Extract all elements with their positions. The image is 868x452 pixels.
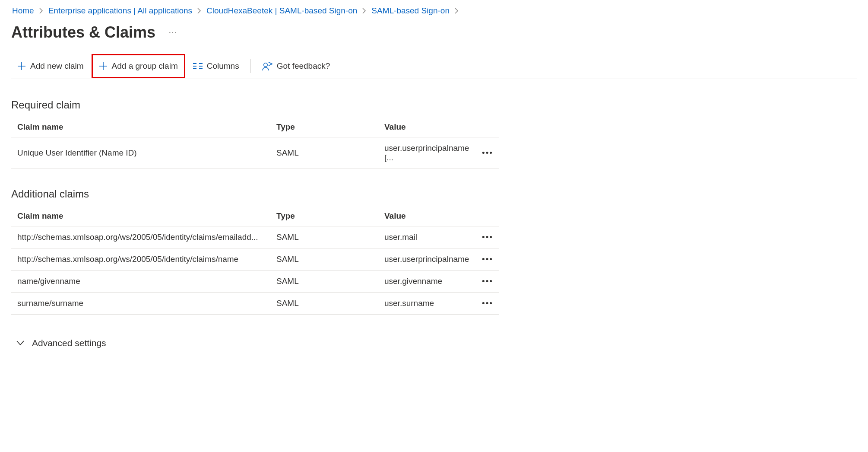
- claim-value-cell: user.userprincipalname: [378, 248, 476, 271]
- feedback-icon: [262, 61, 272, 71]
- claim-name-cell: http://schemas.xmlsoap.org/ws/2005/05/id…: [11, 226, 270, 248]
- claim-type-cell: SAML: [270, 248, 378, 271]
- advanced-settings-toggle[interactable]: Advanced settings: [11, 334, 857, 353]
- add-new-claim-label: Add new claim: [30, 61, 84, 71]
- chevron-down-icon: [16, 341, 24, 346]
- claim-type-cell: SAML: [270, 271, 378, 293]
- breadcrumb: Home Enterprise applications | All appli…: [11, 6, 857, 16]
- table-row[interactable]: http://schemas.xmlsoap.org/ws/2005/05/id…: [11, 248, 499, 271]
- add-group-claim-button[interactable]: Add a group claim: [92, 54, 185, 78]
- table-row[interactable]: http://schemas.xmlsoap.org/ws/2005/05/id…: [11, 226, 499, 248]
- column-header-type[interactable]: Type: [270, 206, 378, 226]
- chevron-right-icon: [195, 8, 204, 14]
- column-header-value[interactable]: Value: [378, 206, 476, 226]
- add-group-claim-label: Add a group claim: [112, 61, 178, 71]
- plus-icon: [99, 62, 108, 70]
- claim-type-cell: SAML: [270, 226, 378, 248]
- chevron-right-icon: [452, 8, 461, 14]
- breadcrumb-enterprise-apps[interactable]: Enterprise applications | All applicatio…: [48, 6, 193, 16]
- claim-value-cell: user.givenname: [378, 271, 476, 293]
- feedback-button[interactable]: Got feedback?: [256, 59, 336, 73]
- table-row[interactable]: Unique User Identifier (Name ID) SAML us…: [11, 137, 499, 169]
- toolbar-separator: [250, 59, 251, 73]
- claim-name-cell: surname/surname: [11, 293, 270, 315]
- page-title: Attributes & Claims: [11, 23, 155, 41]
- columns-icon: [193, 63, 203, 70]
- claim-type-cell: SAML: [270, 137, 378, 169]
- row-more-button[interactable]: •••: [476, 226, 499, 248]
- claim-value-cell: user.userprincipalname [...: [378, 137, 476, 169]
- columns-button[interactable]: Columns: [187, 59, 245, 73]
- page-title-row: Attributes & Claims ⋯: [11, 23, 857, 41]
- plus-icon: [17, 62, 26, 70]
- toolbar: Add new claim Add a group claim Columns …: [11, 59, 857, 79]
- claim-name-cell: http://schemas.xmlsoap.org/ws/2005/05/id…: [11, 248, 270, 271]
- title-more-button[interactable]: ⋯: [168, 27, 178, 38]
- breadcrumb-home[interactable]: Home: [11, 6, 35, 16]
- add-new-claim-button[interactable]: Add new claim: [11, 59, 90, 73]
- table-row[interactable]: surname/surname SAML user.surname •••: [11, 293, 499, 315]
- claim-value-cell: user.surname: [378, 293, 476, 315]
- column-header-name[interactable]: Claim name: [11, 117, 270, 137]
- breadcrumb-app-sso[interactable]: CloudHexaBeetek | SAML-based Sign-on: [206, 6, 358, 16]
- additional-claims-heading: Additional claims: [11, 188, 857, 200]
- advanced-settings-label: Advanced settings: [32, 338, 106, 348]
- additional-claims-table: Claim name Type Value http://schemas.xml…: [11, 206, 499, 315]
- table-row[interactable]: name/givenname SAML user.givenname •••: [11, 271, 499, 293]
- column-header-type[interactable]: Type: [270, 117, 378, 137]
- claim-name-cell: name/givenname: [11, 271, 270, 293]
- row-more-button[interactable]: •••: [476, 271, 499, 293]
- feedback-label: Got feedback?: [277, 61, 330, 71]
- claim-value-cell: user.mail: [378, 226, 476, 248]
- row-more-button[interactable]: •••: [476, 293, 499, 315]
- required-claims-table: Claim name Type Value Unique User Identi…: [11, 117, 499, 169]
- required-claim-heading: Required claim: [11, 99, 857, 111]
- columns-label: Columns: [207, 61, 239, 71]
- chevron-right-icon: [360, 8, 369, 14]
- chevron-right-icon: [37, 8, 46, 14]
- column-header-name[interactable]: Claim name: [11, 206, 270, 226]
- svg-point-0: [264, 63, 267, 67]
- claim-type-cell: SAML: [270, 293, 378, 315]
- row-more-button[interactable]: •••: [476, 137, 499, 169]
- breadcrumb-saml-sso[interactable]: SAML-based Sign-on: [371, 6, 450, 16]
- column-header-value[interactable]: Value: [378, 117, 476, 137]
- row-more-button[interactable]: •••: [476, 248, 499, 271]
- claim-name-cell: Unique User Identifier (Name ID): [11, 137, 270, 169]
